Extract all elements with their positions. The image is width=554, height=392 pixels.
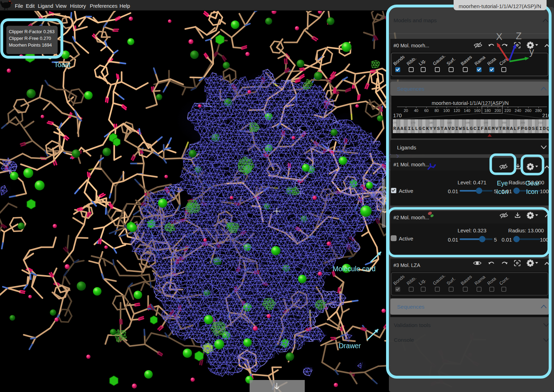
svg-text:Icon: Icon <box>526 188 538 195</box>
svg-text:0.01: 0.01 <box>502 237 512 243</box>
svg-text:A: A <box>444 126 448 131</box>
svg-text:Help: Help <box>119 3 130 9</box>
svg-text:S: S <box>532 126 535 131</box>
svg-text:D: D <box>451 126 454 131</box>
svg-text:A: A <box>397 126 400 131</box>
svg-text:175: 175 <box>410 121 415 124</box>
svg-text:Active: Active <box>399 188 413 194</box>
svg-text:E: E <box>488 126 491 131</box>
svg-text:280: 280 <box>535 108 542 113</box>
svg-text:Molecule card: Molecule card <box>333 265 375 273</box>
svg-text:180: 180 <box>484 108 491 113</box>
svg-text:Toast: Toast <box>54 61 71 69</box>
svg-text:80: 80 <box>435 108 439 113</box>
svg-text:160: 160 <box>474 108 480 113</box>
svg-text:40: 40 <box>414 108 418 113</box>
svg-text:Level: 0.471: Level: 0.471 <box>457 179 486 185</box>
svg-text:View: View <box>56 3 67 9</box>
svg-text:180: 180 <box>428 121 433 124</box>
svg-text:Eye: Eye <box>497 180 508 187</box>
svg-text:Edit: Edit <box>26 3 35 9</box>
svg-text:File: File <box>15 3 23 9</box>
svg-text:Drawer: Drawer <box>339 342 361 350</box>
svg-text:D: D <box>528 126 531 131</box>
svg-text:Ligands: Ligands <box>397 144 416 150</box>
svg-text:F: F <box>481 126 484 131</box>
svg-text:L: L <box>415 126 418 131</box>
svg-text:100: 100 <box>443 108 450 113</box>
svg-text:L: L <box>514 126 517 131</box>
svg-text:#2 Mol. moorh...: #2 Mol. moorh... <box>393 215 429 220</box>
svg-text:C: C <box>422 126 425 131</box>
svg-text:220: 220 <box>505 108 511 113</box>
svg-text:C: C <box>473 126 476 131</box>
svg-text:I: I <box>408 126 410 131</box>
svg-text:#0 Mol. moorh...: #0 Mol. moorh... <box>393 43 429 48</box>
svg-text:Y: Y <box>430 126 433 131</box>
svg-text:5: 5 <box>494 237 497 243</box>
svg-text:0.01: 0.01 <box>448 237 458 243</box>
svg-text:Sequences: Sequences <box>397 304 425 310</box>
svg-text:190: 190 <box>465 121 470 124</box>
svg-text:K: K <box>426 126 429 131</box>
svg-text:Z: Z <box>516 31 522 41</box>
svg-text:R: R <box>506 126 509 131</box>
svg-text:V: V <box>495 126 498 131</box>
svg-text:Ligand: Ligand <box>38 3 53 9</box>
svg-text:Models and maps: Models and maps <box>393 17 437 23</box>
svg-text:100: 100 <box>540 188 549 194</box>
svg-text:V: V <box>448 126 451 131</box>
svg-text:185: 185 <box>447 121 452 124</box>
svg-text:X: X <box>496 31 502 42</box>
svg-text:195: 195 <box>483 121 488 124</box>
svg-text:R: R <box>393 126 396 131</box>
svg-text:60: 60 <box>424 108 428 113</box>
svg-text:Icon: Icon <box>496 188 508 195</box>
svg-text:E: E <box>536 126 538 131</box>
svg-text:moorhen-tutorial-1/1/A/127(ASP: moorhen-tutorial-1/1/A/127(ASP)/N <box>432 100 509 106</box>
svg-text:y: y <box>529 46 534 57</box>
svg-text:205: 205 <box>520 121 525 124</box>
svg-text:Preferences: Preferences <box>90 3 117 9</box>
svg-text:L: L <box>412 126 414 131</box>
svg-text:140: 140 <box>464 108 470 113</box>
svg-text:L: L <box>466 126 469 131</box>
svg-text:100: 100 <box>540 237 549 243</box>
svg-text:Console: Console <box>394 337 414 343</box>
svg-text:G: G <box>470 126 473 131</box>
svg-text:Gear: Gear <box>525 180 540 187</box>
svg-text:S: S <box>437 126 440 131</box>
svg-text:D: D <box>543 126 546 131</box>
svg-text:R: R <box>503 126 506 131</box>
svg-text:Moorhen Points 1694: Moorhen Points 1694 <box>9 42 52 48</box>
svg-text:Y: Y <box>433 126 437 131</box>
svg-text:S: S <box>462 126 465 131</box>
svg-text:Level: 0.323: Level: 0.323 <box>457 227 486 233</box>
svg-text:P: P <box>521 126 524 131</box>
svg-text:G: G <box>525 126 527 131</box>
svg-text:260: 260 <box>525 108 531 113</box>
svg-text:A: A <box>401 126 404 131</box>
svg-text:Active: Active <box>399 236 413 242</box>
svg-text:200: 200 <box>495 108 501 113</box>
svg-text:210: 210 <box>538 121 543 124</box>
svg-text:Clipper R-Factor 0.263: Clipper R-Factor 0.263 <box>9 29 54 34</box>
svg-text:T: T <box>441 126 443 131</box>
svg-text:0.01: 0.01 <box>448 188 458 194</box>
svg-text:History: History <box>70 3 86 9</box>
svg-text:moorhen-tutorial-1/1/A/127(ASP: moorhen-tutorial-1/1/A/127(ASP)/N <box>459 3 541 9</box>
svg-text:240: 240 <box>515 108 521 113</box>
svg-text:A: A <box>484 126 488 131</box>
svg-text:#1 Mol. moorh...: #1 Mol. moorh... <box>393 162 429 167</box>
svg-text:E: E <box>404 126 407 131</box>
svg-text:200: 200 <box>502 121 507 124</box>
svg-text:Validation tools: Validation tools <box>394 322 431 328</box>
svg-text:W: W <box>459 126 462 131</box>
svg-text:I: I <box>477 126 480 131</box>
svg-text:M: M <box>492 126 495 131</box>
svg-text:Sequences: Sequences <box>397 86 425 92</box>
svg-text:T: T <box>499 126 502 131</box>
svg-text:I: I <box>539 126 542 131</box>
svg-text:#3 Mol. LZA: #3 Mol. LZA <box>393 262 420 268</box>
svg-text:170: 170 <box>393 113 402 118</box>
